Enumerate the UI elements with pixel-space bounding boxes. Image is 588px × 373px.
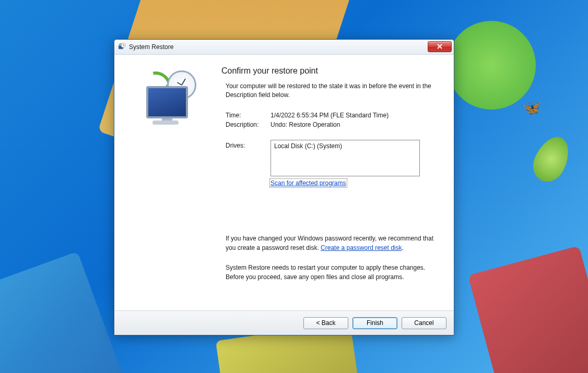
- wizard-sidebar: [114, 55, 216, 310]
- dialog-body: Confirm your restore point Your computer…: [114, 55, 454, 310]
- wizard-footer: < Back Finish Cancel: [114, 310, 454, 335]
- system-restore-icon: [117, 43, 126, 51]
- description-label: Description:: [226, 121, 271, 128]
- description-value: Undo: Restore Operation: [271, 121, 340, 128]
- cancel-button[interactable]: Cancel: [402, 317, 446, 329]
- page-heading: Confirm your restore point: [221, 66, 438, 76]
- finish-button[interactable]: Finish: [352, 317, 397, 329]
- password-note: If you have changed your Windows passwor…: [226, 234, 434, 252]
- system-restore-window: System Restore Confirm your restore poin…: [114, 39, 454, 335]
- intro-text: Your computer will be restored to the st…: [226, 82, 434, 100]
- desktop-decor: [447, 21, 536, 110]
- drives-listbox[interactable]: Local Disk (C:) (System): [271, 140, 420, 176]
- titlebar[interactable]: System Restore: [114, 40, 454, 55]
- scan-affected-programs-link[interactable]: Scan for affected programs: [271, 179, 346, 187]
- close-button[interactable]: [428, 41, 452, 52]
- time-label: Time:: [226, 112, 271, 119]
- time-value: 1/4/2022 6:55:34 PM (FLE Standard Time): [271, 112, 389, 119]
- system-restore-graphic: [137, 70, 194, 128]
- drives-item[interactable]: Local Disk (C:) (System): [274, 142, 416, 150]
- desktop-decor-leaf: [527, 131, 575, 187]
- back-button[interactable]: < Back: [303, 317, 348, 329]
- create-password-reset-disk-link[interactable]: Create a password reset disk: [321, 244, 402, 251]
- desktop-decor: [468, 246, 588, 373]
- window-title: System Restore: [129, 43, 173, 51]
- drives-label: Drives:: [226, 140, 271, 149]
- password-note-tail: .: [402, 244, 404, 251]
- desktop-decor: [0, 251, 124, 373]
- desktop-decor-butterfly: 🦋: [523, 99, 541, 116]
- restart-note: System Restore needs to restart your com…: [226, 263, 434, 282]
- close-icon: [437, 44, 443, 50]
- wizard-content: Confirm your restore point Your computer…: [216, 55, 454, 310]
